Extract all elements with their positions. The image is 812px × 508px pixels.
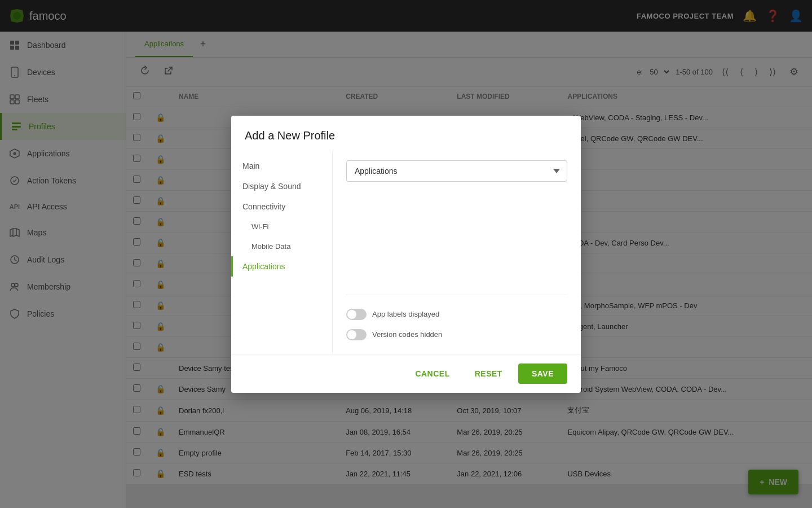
toggle-app-labels: App labels displayed — [346, 304, 567, 325]
modal-footer: CANCEL RESET SAVE — [231, 354, 581, 393]
modal-nav-connectivity[interactable]: Connectivity — [231, 196, 332, 217]
save-button[interactable]: SAVE — [518, 364, 567, 384]
modal-title: Add a New Profile — [231, 116, 581, 151]
content-spacer — [346, 182, 567, 295]
modal-nav: Main Display & Sound Connectivity Wi-Fi … — [231, 151, 333, 354]
toggle-version-codes: Version codes hidden — [346, 325, 567, 345]
modal-content-area: Applications Games System Apps App label… — [333, 151, 581, 354]
modal-nav-wifi[interactable]: Wi-Fi — [231, 217, 332, 237]
app-labels-toggle[interactable] — [346, 309, 367, 320]
modal-overlay[interactable]: Add a New Profile Main Display & Sound C… — [0, 0, 812, 508]
app-labels-label: App labels displayed — [372, 310, 439, 318]
reset-button[interactable]: RESET — [466, 365, 511, 383]
modal-nav-main[interactable]: Main — [231, 156, 332, 176]
version-codes-label: Version codes hidden — [372, 330, 442, 339]
toggles-section: App labels displayed Version codes hidde… — [346, 295, 567, 345]
applications-dropdown[interactable]: Applications Games System Apps — [346, 160, 567, 182]
modal-nav-mobile-data[interactable]: Mobile Data — [231, 237, 332, 256]
add-profile-modal: Add a New Profile Main Display & Sound C… — [231, 116, 581, 393]
modal-nav-applications[interactable]: Applications — [231, 256, 332, 277]
cancel-button[interactable]: CANCEL — [406, 365, 458, 383]
modal-nav-display-sound[interactable]: Display & Sound — [231, 176, 332, 196]
modal-body: Main Display & Sound Connectivity Wi-Fi … — [231, 151, 581, 354]
version-codes-toggle[interactable] — [346, 329, 367, 340]
